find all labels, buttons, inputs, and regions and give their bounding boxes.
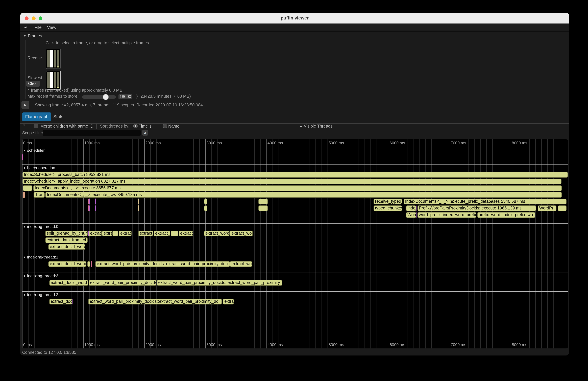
radio-name[interactable] <box>163 124 167 128</box>
scope-sliver[interactable] <box>23 192 25 198</box>
radio-time[interactable] <box>133 124 137 128</box>
slider-knob[interactable] <box>103 94 109 100</box>
scope-bar[interactable]: word_prefix::index_word_prefix_ <box>417 212 476 218</box>
scope-sliver[interactable] <box>204 205 208 211</box>
scope-bar[interactable]: Trans <box>34 192 45 198</box>
scope-sliver[interactable] <box>89 205 89 211</box>
scope-filter-input[interactable] <box>43 130 141 136</box>
scope-bar[interactable]: index <box>406 205 416 211</box>
frame-bar[interactable] <box>57 72 59 88</box>
scope-bar[interactable]: receive_typed_ <box>374 199 402 204</box>
slowest-frames-thumbnail[interactable] <box>46 71 61 90</box>
scope-sliver[interactable] <box>88 231 88 236</box>
help-button[interactable]: ? <box>23 124 25 128</box>
scope-bar[interactable]: extrac <box>223 298 234 304</box>
lane-header-indexing-thread-1[interactable]: ▼indexing-thread:1 <box>23 254 58 259</box>
tab-stats[interactable]: Stats <box>50 112 66 121</box>
scope-bar[interactable]: extract_wo <box>230 231 253 236</box>
scope-bar[interactable]: extract_word_pair_proximity_docids::extr… <box>88 298 222 304</box>
scope-sliver[interactable] <box>95 199 96 204</box>
scope-sliver[interactable] <box>91 261 92 267</box>
frame-bar[interactable] <box>54 50 56 67</box>
recent-frames-thumbnail[interactable] <box>46 49 61 69</box>
scope-bar[interactable]: extra <box>102 231 112 236</box>
frame-bar-selected[interactable] <box>50 72 53 88</box>
scope-bar[interactable]: split_grenad_by_chun <box>45 231 87 236</box>
scope-sliver[interactable] <box>112 231 118 236</box>
max-frames-slider[interactable] <box>82 95 116 99</box>
merge-children-checkbox[interactable] <box>34 124 38 128</box>
frames-section-header[interactable]: ▼Frames <box>23 34 42 38</box>
scope-bar[interactable]: prefix_word::index_prefix_wo <box>477 212 535 218</box>
lane-header-indexing-thread-3[interactable]: ▼indexing-thread:3 <box>23 274 58 278</box>
scope-bar[interactable]: IndexDocuments<_, _>::execute 8656.677 m… <box>33 185 562 191</box>
scope-bar[interactable]: typed_chunk::w <box>374 205 402 211</box>
frame-bar[interactable] <box>47 72 50 88</box>
scope-bar[interactable]: IndexDocuments<_, _>::execute_raw 8459.1… <box>45 192 562 198</box>
scope-bar[interactable]: extract_doc <box>49 298 72 304</box>
scope-sliver[interactable] <box>22 154 23 160</box>
scope-bar[interactable]: PrefixWordPairsProximityDocids::execute … <box>417 205 536 211</box>
visible-threads-toggle[interactable]: ▶Visible Threads <box>300 124 333 128</box>
scope-row: typed_chunk::windexPrefixWordPairsProxim… <box>22 205 568 211</box>
scope-sliver[interactable] <box>138 205 139 211</box>
lane-header-indexing-thread-0[interactable]: ▼indexing-thread:0 <box>23 224 58 229</box>
scope-sliver[interactable] <box>416 212 417 218</box>
lane-name: indexing-thread:2 <box>27 292 58 297</box>
scope-sliver[interactable] <box>171 231 178 236</box>
play-button[interactable]: ▶ <box>21 101 29 109</box>
scope-sliver[interactable] <box>72 298 73 304</box>
scope-sliver[interactable] <box>88 199 89 204</box>
scope-sliver[interactable] <box>23 185 32 191</box>
scope-bar[interactable]: extract_docid_word <box>48 244 85 250</box>
scope-bar[interactable]: extract_wo <box>230 261 252 267</box>
scope-bar[interactable]: WordPr <box>538 205 556 211</box>
lane-header-indexing-thread-2[interactable]: ▼indexing-thread:2 <box>23 292 58 297</box>
lane-header-scheduler[interactable]: ▼scheduler <box>23 148 45 153</box>
sun-icon[interactable]: ☀ <box>23 25 28 30</box>
scope-bar[interactable]: extrac <box>119 231 132 236</box>
max-frames-value[interactable]: 18000 <box>119 94 132 99</box>
tab-flamegraph[interactable]: Flamegraph <box>22 112 52 121</box>
scope-bar[interactable]: extract::data_from_ob <box>45 237 88 243</box>
clear-button[interactable]: Clear <box>26 81 40 87</box>
scope-sliver[interactable] <box>95 205 96 211</box>
frame-bar[interactable] <box>57 50 59 67</box>
scope-sliver[interactable] <box>258 205 268 211</box>
scope-bar[interactable]: extract_word_pair_proximity_docids <box>89 280 156 286</box>
flamegraph-canvas[interactable]: 0 ms1000 ms2000 ms3000 ms4000 ms5000 ms6… <box>22 139 568 348</box>
scope-bar[interactable]: extract_docid_word <box>48 261 86 267</box>
frame-bar[interactable] <box>54 72 56 88</box>
scope-bar[interactable]: extract <box>89 231 102 236</box>
clear-filter-button[interactable]: x <box>142 130 148 136</box>
scope-bar[interactable]: extract <box>179 231 193 236</box>
menu-file[interactable]: File <box>35 25 42 30</box>
scope-bar[interactable]: IndexScheduler>::process_batch 8953.821 … <box>22 172 568 177</box>
scope-bar[interactable]: extract_docid_word <box>49 280 88 286</box>
scope-sliver[interactable] <box>204 199 208 204</box>
scope-sliver[interactable] <box>258 199 268 204</box>
scope-sliver[interactable] <box>87 261 90 267</box>
recent-label: Recent: <box>27 56 42 61</box>
scope-bar[interactable]: extract_word <box>204 231 229 236</box>
scope-bar[interactable]: IndexScheduler>::apply_index_operation 8… <box>22 178 561 184</box>
frame-bar[interactable] <box>47 50 50 67</box>
menu-view[interactable]: View <box>47 25 56 30</box>
scope-bar[interactable]: extract_word_pair_proximity_docids::extr… <box>95 261 230 267</box>
scope-sliver[interactable] <box>558 205 567 211</box>
scope-bar[interactable]: extract_ <box>138 231 153 236</box>
scope-bar[interactable]: extract_ <box>154 231 170 236</box>
lane-header-batch-operation[interactable]: ▼batch-operation <box>23 165 55 170</box>
radio-label-time[interactable]: Time <box>139 124 148 128</box>
scope-bar[interactable]: extract_word_pair_proximity_docids::extr… <box>157 280 282 286</box>
scope-bar[interactable]: IndexDocuments<_, _>::execute_prefix_dat… <box>404 199 566 204</box>
frame-bar-selected[interactable] <box>50 50 53 67</box>
scope-sliver[interactable] <box>88 205 89 211</box>
scope-row: extract_docextract_word_pair_proximity_d… <box>22 298 568 304</box>
scope-bar[interactable]: Word <box>406 212 416 218</box>
scope-sliver[interactable] <box>405 205 405 211</box>
scope-sliver[interactable] <box>89 199 89 204</box>
scope-sliver[interactable] <box>138 199 139 204</box>
radio-label-name[interactable]: Name <box>168 124 180 128</box>
scope-sliver[interactable] <box>416 205 417 211</box>
